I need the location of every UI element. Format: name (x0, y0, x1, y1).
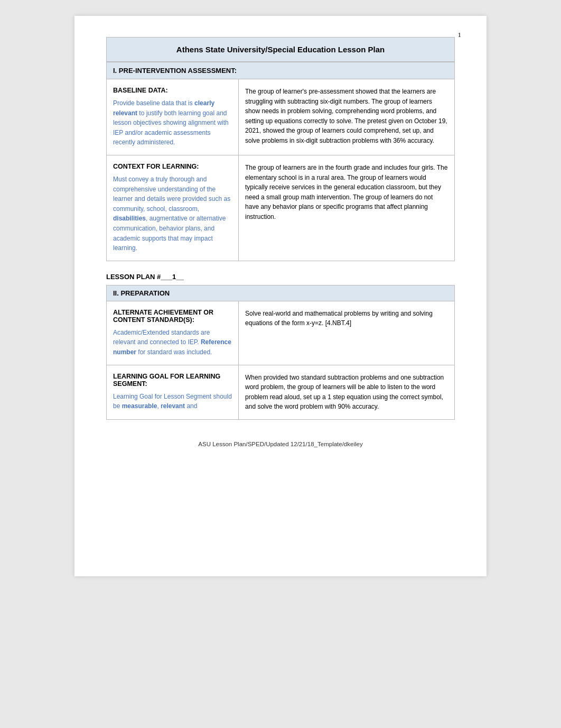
alternate-achievement-row: ALTERNATE ACHIEVEMENT OR CONTENT STANDAR… (107, 301, 454, 365)
context-hint-text1: Must convey a truly thorough and compreh… (113, 176, 230, 213)
learning-goal-row: LEARNING GOAL FOR LEARNING SEGMENT: Lear… (107, 365, 454, 419)
title-box: Athens State University/Special Educatio… (106, 37, 455, 62)
page: 1 Athens State University/Special Educat… (74, 16, 487, 576)
lg-hint-text3: and (185, 402, 197, 410)
pre-intervention-header: I. PRE-INTERVENTION ASSESSMENT: (107, 62, 454, 79)
learning-goal-right: When provided two standard subtraction p… (239, 365, 454, 419)
pre-intervention-block: I. PRE-INTERVENTION ASSESSMENT: BASELINE… (106, 62, 455, 261)
alternate-achievement-right: Solve real-world and mathematical proble… (239, 301, 454, 365)
baseline-data-left: BASELINE DATA: Provide baseline data tha… (107, 79, 239, 155)
page-number: 1 (458, 31, 462, 39)
learning-goal-title: LEARNING GOAL FOR LEARNING SEGMENT: (113, 373, 232, 388)
learning-goal-hint: Learning Goal for Lesson Segment should … (113, 393, 232, 410)
alternate-achievement-left: ALTERNATE ACHIEVEMENT OR CONTENT STANDAR… (107, 301, 239, 365)
baseline-data-right: The group of learner's pre-assessment sh… (239, 79, 454, 155)
alternate-achievement-hint: Academic/Extended standards are relevant… (113, 329, 231, 356)
baseline-data-title: BASELINE DATA: (113, 87, 232, 94)
lg-hint-bold1: measurable (122, 402, 157, 410)
lesson-plan-label: LESSON PLAN #___1__ (106, 273, 455, 281)
baseline-hint-text1: Provide baseline data that is (113, 99, 194, 107)
context-learning-right: The group of learners are in the fourth … (239, 155, 454, 261)
preparation-header: II. PREPARATION (107, 285, 454, 301)
alt-hint-text1: Academic/Extended standards are relevant… (113, 329, 210, 346)
alt-hint-text2: for standard was included. (136, 348, 212, 356)
context-learning-hint: Must convey a truly thorough and compreh… (113, 176, 230, 252)
preparation-block: II. PREPARATION ALTERNATE ACHIEVEMENT OR… (106, 285, 455, 420)
learning-goal-left: LEARNING GOAL FOR LEARNING SEGMENT: Lear… (107, 365, 239, 419)
baseline-data-row: BASELINE DATA: Provide baseline data tha… (107, 79, 454, 155)
footer: ASU Lesson Plan/SPED/Updated 12/21/18_Te… (106, 441, 455, 447)
lg-hint-bold2: relevant (161, 402, 185, 410)
context-learning-row: CONTEXT FOR LEARNING: Must convey a trul… (107, 155, 454, 261)
page-title: Athens State University/Special Educatio… (112, 45, 449, 54)
baseline-data-hint: Provide baseline data that is clearly re… (113, 99, 229, 146)
context-learning-title: CONTEXT FOR LEARNING: (113, 163, 232, 170)
context-hint-bold1: disabilities (113, 215, 146, 222)
context-learning-left: CONTEXT FOR LEARNING: Must convey a trul… (107, 155, 239, 261)
alternate-achievement-title: ALTERNATE ACHIEVEMENT OR CONTENT STANDAR… (113, 309, 232, 324)
